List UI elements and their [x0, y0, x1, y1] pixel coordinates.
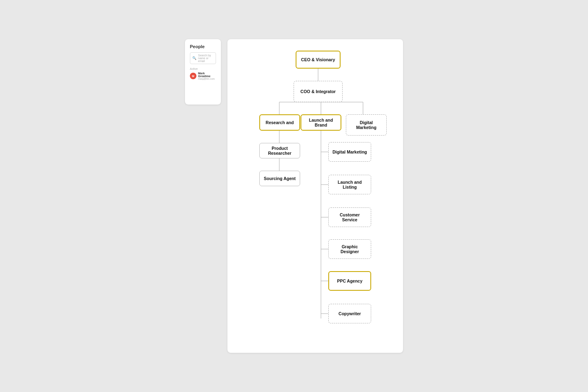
ppc-agency-node[interactable]: PPC Agency — [328, 271, 371, 291]
chart-wrapper: CEO & Visionary COO & Integrator Researc… — [241, 49, 396, 343]
search-bar[interactable]: 🔍 Search by name or email — [190, 52, 216, 64]
user-name: Mark Greatime — [198, 72, 216, 78]
customer-service-node[interactable]: Customer Service — [328, 207, 371, 227]
avatar: M — [190, 73, 196, 79]
digital-marketing-child-node[interactable]: Digital Marketing — [328, 142, 371, 162]
user-info: Mark Greatime marg@tim.com — [198, 72, 216, 80]
people-panel: People 🔍 Search by name or email Active … — [185, 39, 221, 105]
ceo-node[interactable]: CEO & Visionary — [296, 51, 341, 69]
product-researcher-node[interactable]: Product Researcher — [259, 143, 300, 158]
user-email: marg@tim.com — [198, 78, 216, 80]
digital-marketing-top-node[interactable]: Digital Marketing — [346, 114, 387, 136]
launch-brand-node[interactable]: Launch and Brand — [301, 114, 341, 131]
user-item[interactable]: M Mark Greatime marg@tim.com — [190, 72, 216, 80]
search-placeholder: Search by name or email — [198, 54, 214, 62]
research-node[interactable]: Research and — [259, 114, 300, 131]
active-label: Active — [190, 67, 216, 70]
org-chart-panel: CEO & Visionary COO & Integrator Researc… — [227, 39, 403, 353]
search-icon: 🔍 — [192, 56, 196, 60]
sourcing-agent-node[interactable]: Sourcing Agent — [259, 171, 300, 186]
graphic-designer-node[interactable]: Graphic Designer — [328, 239, 371, 259]
launch-listing-node[interactable]: Launch and Listing — [328, 175, 371, 194]
coo-node[interactable]: COO & Integrator — [294, 81, 343, 102]
people-panel-title: People — [190, 44, 216, 49]
copywriter-node[interactable]: Copywriter — [328, 304, 371, 323]
